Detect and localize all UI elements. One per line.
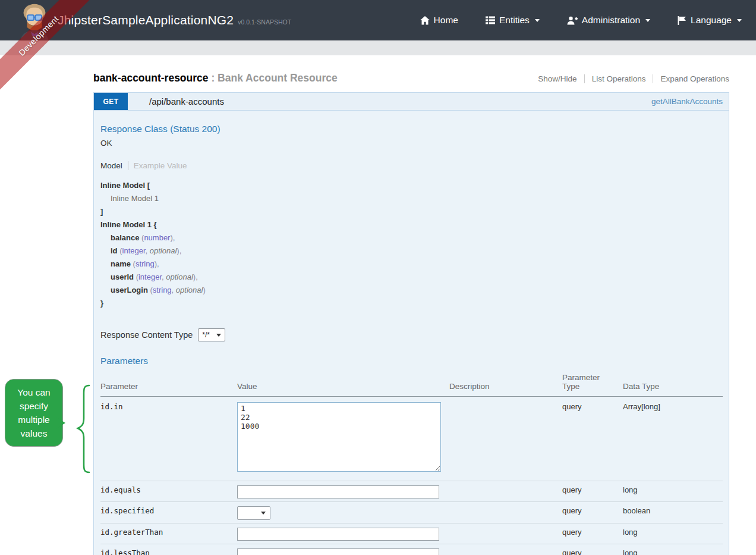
flag-icon	[678, 16, 686, 25]
model-property: name (string),	[100, 258, 723, 271]
param-description	[449, 397, 562, 481]
navbar-brand[interactable]: JhipsterSampleApplicationNG2 v0.0.1-SNAP…	[58, 13, 291, 27]
col-value: Value	[237, 371, 449, 397]
response-content-type-row: Response Content Type */*	[100, 328, 723, 341]
param-name: id.in	[100, 397, 237, 481]
param-description	[449, 544, 562, 555]
col-description: Description	[449, 371, 562, 397]
list-operations-link[interactable]: List Operations	[584, 74, 653, 83]
col-parameter-type: Parameter Type	[562, 371, 623, 397]
param-description	[449, 523, 562, 544]
page-background-strip	[0, 40, 756, 55]
model-tabs: Model Example Value	[100, 161, 723, 170]
resource-title: Bank Account Resource	[218, 72, 338, 84]
param-name: id.greaterThan	[100, 523, 237, 544]
response-class-heading: Response Class (Status 200)	[100, 124, 723, 134]
param-data-type: Array[long]	[623, 397, 723, 481]
operation-nickname-link[interactable]: getAllBankAccounts	[651, 97, 723, 106]
param-data-type: long	[623, 481, 723, 502]
param-value-textarea[interactable]: 1 22 1000	[237, 402, 441, 472]
param-type: query	[562, 502, 623, 523]
model-signature: Inline Model [ Inline Model 1 ] Inline M…	[100, 179, 723, 310]
model-open-array: Inline Model [	[100, 179, 723, 192]
param-value-input[interactable]	[237, 528, 439, 541]
param-value-input[interactable]	[237, 548, 439, 555]
response-content-type-label: Response Content Type	[100, 330, 193, 340]
chevron-down-icon	[261, 512, 266, 515]
nav-item-entities[interactable]: Entities	[486, 15, 540, 26]
annotation-tooltip: You can specify multiple values	[5, 379, 63, 447]
model-array-item: Inline Model 1	[100, 192, 723, 205]
tab-model[interactable]: Model	[100, 161, 128, 170]
param-value-input[interactable]	[237, 485, 439, 498]
show-hide-link[interactable]: Show/Hide	[531, 74, 584, 83]
resource-links: Show/Hide List Operations Expand Operati…	[531, 74, 729, 83]
model-close-array: ]	[100, 205, 723, 218]
app-title: JhipsterSampleApplicationNG2	[58, 13, 234, 27]
param-type: query	[562, 544, 623, 555]
navbar: JhipsterSampleApplicationNG2 v0.0.1-SNAP…	[0, 0, 756, 40]
nav-item-home[interactable]: Home	[420, 15, 458, 26]
chevron-down-icon	[645, 19, 650, 22]
tooltip-text: You can specify multiple values	[17, 387, 50, 438]
param-type: query	[562, 523, 623, 544]
list-icon	[486, 16, 495, 24]
table-row: id.lessThan query long	[100, 544, 723, 555]
chevron-down-icon	[216, 334, 221, 337]
chevron-down-icon	[535, 19, 540, 22]
model-property: balance (number),	[100, 231, 723, 244]
operation-content-panel: Response Class (Status 200) OK Model Exa…	[93, 111, 729, 555]
nav-item-administration[interactable]: Administration	[567, 15, 650, 26]
home-icon	[420, 16, 430, 25]
table-row: id.in 1 22 1000 query Array[long]	[100, 397, 723, 481]
param-data-type: long	[623, 523, 723, 544]
annotation-brace	[75, 384, 92, 474]
user-plus-icon	[567, 16, 578, 25]
model-open-object: Inline Model 1 {	[100, 218, 723, 231]
swagger-container: bank-account-resource : Bank Account Res…	[93, 72, 729, 555]
nav-item-label: Home	[434, 15, 458, 26]
model-property: userId (integer, optional),	[100, 271, 723, 284]
http-method-badge[interactable]: GET	[94, 93, 128, 110]
resource-header: bank-account-resource : Bank Account Res…	[93, 72, 729, 84]
table-row: id.equals query long	[100, 481, 723, 502]
operation-path[interactable]: /api/bank-accounts	[149, 96, 224, 106]
app-version: v0.0.1-SNAPSHOT	[238, 18, 291, 26]
param-description	[449, 502, 562, 523]
param-data-type: long	[623, 544, 723, 555]
table-header-row: Parameter Value Description Parameter Ty…	[100, 371, 723, 397]
col-data-type: Data Type	[623, 371, 723, 397]
nav-item-label: Entities	[499, 15, 530, 26]
nav-menu: Home Entities Administration Language	[420, 15, 756, 26]
model-property: userLogin (string, optional)	[100, 284, 723, 297]
param-name: id.lessThan	[100, 544, 237, 555]
param-name: id.specified	[100, 502, 237, 523]
table-row: id.greaterThan query long	[100, 523, 723, 544]
col-parameter: Parameter	[100, 371, 237, 397]
nav-item-language[interactable]: Language	[678, 15, 742, 26]
param-type: query	[562, 397, 623, 481]
nav-item-label: Language	[691, 15, 732, 26]
response-content-type-select[interactable]: */*	[198, 328, 225, 341]
jhipster-logo-avatar	[14, 1, 55, 42]
response-message: OK	[100, 139, 723, 148]
table-row: id.specified query boolean	[100, 502, 723, 523]
param-description	[449, 481, 562, 502]
resource-name[interactable]: bank-account-resource	[93, 72, 209, 84]
model-close-object: }	[100, 297, 723, 310]
param-data-type: boolean	[623, 502, 723, 523]
param-name: id.equals	[100, 481, 237, 502]
parameters-heading: Parameters	[100, 356, 723, 366]
param-type: query	[562, 481, 623, 502]
param-value-select[interactable]	[237, 506, 270, 520]
parameters-table: Parameter Value Description Parameter Ty…	[100, 371, 723, 555]
selected-content-type: */*	[202, 331, 210, 339]
chevron-down-icon	[737, 19, 742, 22]
nav-item-label: Administration	[582, 15, 640, 26]
expand-operations-link[interactable]: Expand Operations	[653, 74, 729, 83]
tab-example-value[interactable]: Example Value	[128, 161, 187, 170]
operation-heading[interactable]: GET /api/bank-accounts getAllBankAccount…	[93, 92, 729, 111]
model-property: id (integer, optional),	[100, 244, 723, 258]
separator: :	[209, 72, 218, 84]
